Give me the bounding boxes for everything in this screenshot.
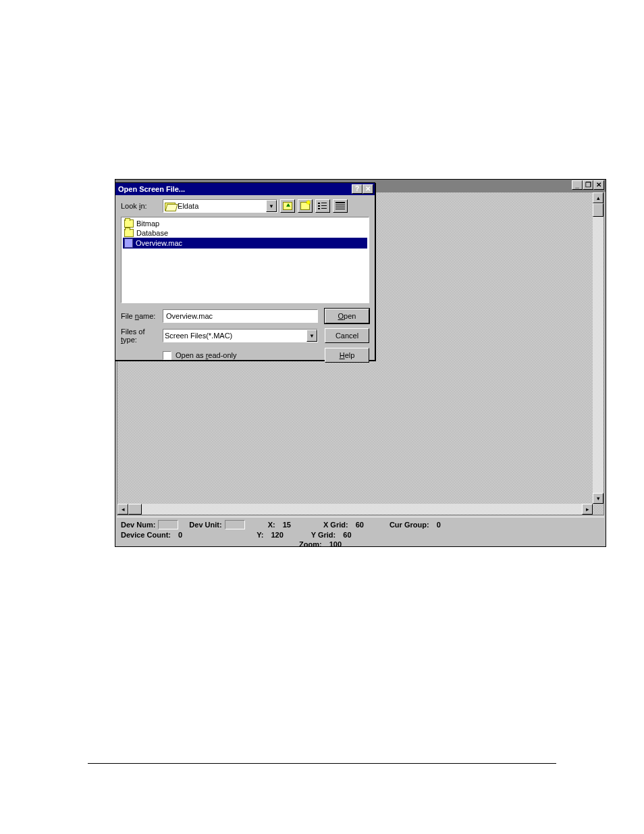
help-icon: ? xyxy=(355,185,359,193)
devunit-field xyxy=(225,520,245,529)
restore-button[interactable]: ❐ xyxy=(583,180,593,190)
restore-icon: ❐ xyxy=(585,181,591,189)
file-name-label: File name: xyxy=(121,312,163,320)
vertical-scrollbar[interactable]: ▴ ▾ xyxy=(593,192,603,504)
close-icon: ✕ xyxy=(365,185,371,193)
list-item-label: Bitmap xyxy=(136,219,159,228)
ygrid-value: 60 xyxy=(343,531,351,539)
list-item[interactable]: Bitmap xyxy=(123,219,367,228)
devcount-label: Device Count: xyxy=(121,531,171,539)
new-folder-button[interactable] xyxy=(298,199,313,213)
look-in-value: Eldata xyxy=(178,202,198,210)
y-label: Y: xyxy=(257,531,263,539)
document-icon xyxy=(124,238,133,248)
list-item[interactable]: Database xyxy=(123,228,367,238)
devnum-field xyxy=(158,520,178,529)
devnum-label: Dev Num: xyxy=(121,521,155,529)
close-button[interactable]: ✕ xyxy=(593,180,604,190)
dialog-close-button[interactable]: ✕ xyxy=(363,184,373,194)
dialog-titlebar[interactable]: Open Screen File... ? ✕ xyxy=(115,183,375,195)
x-label: X: xyxy=(268,521,275,529)
y-value: 120 xyxy=(271,531,283,539)
curgroup-label: Cur Group: xyxy=(390,521,429,529)
open-file-dialog: Open Screen File... ? ✕ Look in: Eldata … xyxy=(115,182,375,361)
context-help-button[interactable]: ? xyxy=(352,184,363,194)
chevron-down-icon[interactable]: ▼ xyxy=(306,330,317,342)
dialog-title: Open Screen File... xyxy=(118,185,185,193)
scroll-thumb[interactable] xyxy=(593,203,603,217)
minimize-button[interactable]: _ xyxy=(572,180,583,190)
help-button[interactable]: Help xyxy=(325,348,369,363)
page-rule xyxy=(88,763,556,764)
scroll-up-button[interactable]: ▴ xyxy=(593,192,603,203)
files-of-type-value: Screen Files(*.MAC) xyxy=(165,332,232,340)
zoom-label: Zoom: xyxy=(299,540,322,548)
scroll-left-button[interactable]: ◂ xyxy=(117,504,128,515)
look-in-combo[interactable]: Eldata ▼ xyxy=(163,199,277,213)
read-only-checkbox[interactable] xyxy=(163,351,171,360)
list-item-label: Database xyxy=(136,229,168,237)
scroll-thumb[interactable] xyxy=(128,504,142,515)
look-in-label: Look in: xyxy=(121,202,163,210)
x-value: 15 xyxy=(283,521,291,529)
chevron-down-icon[interactable]: ▼ xyxy=(266,200,277,212)
curgroup-value: 0 xyxy=(437,521,441,529)
folder-open-icon xyxy=(165,201,176,211)
status-bar: Dev Num: Dev Unit: X: 15 X Grid: 60 Cur … xyxy=(117,517,604,545)
file-list[interactable]: Bitmap Database Overview.mac xyxy=(121,217,369,303)
close-icon: ✕ xyxy=(596,181,601,189)
devunit-label: Dev Unit: xyxy=(189,521,221,529)
open-button[interactable]: Open xyxy=(325,309,369,323)
folder-icon xyxy=(124,229,134,237)
details-view-button[interactable] xyxy=(333,199,348,213)
minimize-icon: _ xyxy=(575,181,579,189)
horizontal-scrollbar[interactable]: ◂ ▸ xyxy=(117,504,593,515)
scroll-right-button[interactable]: ▸ xyxy=(582,504,593,515)
scroll-track[interactable] xyxy=(593,203,603,493)
list-item-label: Overview.mac xyxy=(136,239,182,247)
xgrid-label: X Grid: xyxy=(323,521,348,529)
scroll-track[interactable] xyxy=(128,504,582,515)
list-item[interactable]: Overview.mac xyxy=(123,238,367,249)
cancel-button[interactable]: Cancel xyxy=(325,328,369,343)
list-view-button[interactable] xyxy=(315,199,330,213)
xgrid-value: 60 xyxy=(356,521,364,529)
folder-icon xyxy=(124,219,134,228)
read-only-label: Open as read-only xyxy=(176,351,237,359)
file-name-input[interactable]: Overview.mac xyxy=(163,309,318,323)
details-view-icon xyxy=(336,202,345,210)
zoom-value: 100 xyxy=(329,540,342,548)
new-folder-icon xyxy=(300,202,310,210)
up-folder-icon xyxy=(283,202,292,210)
ygrid-label: Y Grid: xyxy=(311,531,336,539)
files-of-type-combo[interactable]: Screen Files(*.MAC) ▼ xyxy=(163,329,318,342)
up-one-level-button[interactable] xyxy=(280,199,295,213)
devcount-value: 0 xyxy=(178,531,182,539)
files-of-type-label: Files of type: xyxy=(121,328,163,344)
list-view-icon xyxy=(318,202,327,210)
scroll-down-button[interactable]: ▾ xyxy=(593,493,603,504)
